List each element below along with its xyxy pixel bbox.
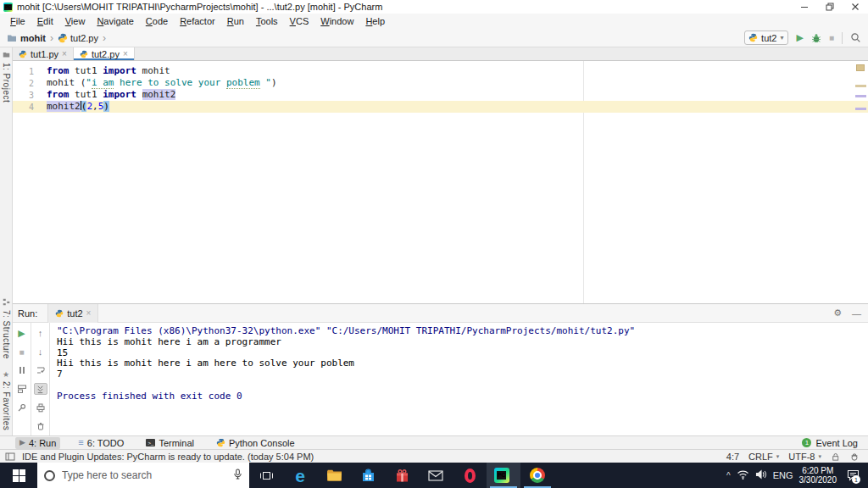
caret-position[interactable]: 4:7 xyxy=(726,452,739,462)
tab-tut1[interactable]: tut1.py × xyxy=(13,47,74,60)
tray-expand-icon[interactable]: ^ xyxy=(726,471,731,480)
scroll-to-end-button[interactable] xyxy=(34,383,47,395)
menu-help[interactable]: Help xyxy=(359,14,391,28)
scrollbar-usage-mark[interactable] xyxy=(855,95,866,97)
notification-badge: 1 xyxy=(852,475,860,484)
toolwindow-python-console-button[interactable]: Python Console xyxy=(212,437,299,449)
console-exit-line: Process finished with exit code 0 xyxy=(57,391,868,402)
inspection-status-indicator[interactable] xyxy=(856,64,865,71)
pause-output-button[interactable] xyxy=(15,364,29,376)
event-log-button[interactable]: 1 Event Log xyxy=(802,438,858,448)
restore-layout-button[interactable] xyxy=(15,383,29,395)
toolwindow-toggle-icon[interactable] xyxy=(5,452,15,461)
toolwindow-terminal-button[interactable]: >_ Terminal xyxy=(142,437,198,449)
menu-run[interactable]: Run xyxy=(221,14,250,28)
start-button[interactable] xyxy=(0,463,37,488)
toolwindow-run-label: 4: Run xyxy=(29,438,56,448)
menu-vcs[interactable]: VCS xyxy=(284,14,315,28)
pycharm-window: PC mohit [C:\Users\MOHIT TRIPATHI\Pychar… xyxy=(0,0,868,488)
toolwindow-todo-label: 6: TODO xyxy=(87,438,125,448)
window-title: mohit [C:\Users\MOHIT TRIPATHI\PycharmPr… xyxy=(17,2,382,12)
chevron-down-icon: ▾ xyxy=(776,453,780,460)
minimize-button[interactable] xyxy=(792,0,817,14)
run-tab-label: tut2 xyxy=(67,308,82,319)
menu-window[interactable]: Window xyxy=(314,14,359,28)
microsoft-store-icon[interactable] xyxy=(351,463,385,488)
code-editor[interactable]: 1 from tut1 import mohit 2 mohit ("i am … xyxy=(13,61,868,303)
stop-button[interactable]: ■ xyxy=(829,34,834,42)
run-tab-tut2[interactable]: tut2 × xyxy=(47,304,98,323)
pycharm-taskbar-icon[interactable]: PC xyxy=(487,463,520,488)
chrome-icon[interactable] xyxy=(520,463,554,488)
toolwindow-todo-button[interactable]: ≡ 6: TODO xyxy=(74,437,128,449)
lock-icon[interactable] xyxy=(831,452,840,462)
print-button[interactable] xyxy=(34,402,47,413)
soft-wrap-button[interactable] xyxy=(34,364,47,376)
menu-tools[interactable]: Tools xyxy=(250,14,284,28)
run-configuration-dropdown[interactable]: tut2 ▾ xyxy=(744,30,788,45)
favorites-tool-button[interactable]: ★ 2: Favorites xyxy=(2,371,11,430)
microphone-icon[interactable] xyxy=(233,469,242,482)
stop-process-button[interactable]: ■ xyxy=(15,346,29,358)
status-bar: IDE and Plugin Updates: PyCharm is ready… xyxy=(0,449,868,463)
close-button[interactable] xyxy=(843,0,868,14)
tab-label: tut1.py xyxy=(31,49,58,59)
pycharm-logo-icon: PC xyxy=(3,3,13,12)
toolwindow-run-button[interactable]: ▶ 4: Run xyxy=(15,437,60,449)
line-separator[interactable]: CRLF xyxy=(748,452,773,462)
file-explorer-icon[interactable] xyxy=(317,463,351,488)
settings-gear-icon[interactable]: ⚙ xyxy=(833,308,842,319)
volume-icon[interactable] xyxy=(755,469,767,481)
down-stack-trace-button[interactable]: ↓ xyxy=(34,346,47,358)
close-icon[interactable]: × xyxy=(123,49,128,58)
debug-button[interactable] xyxy=(811,33,821,43)
close-icon[interactable]: × xyxy=(62,49,67,58)
edge-icon[interactable]: e xyxy=(283,463,317,488)
windows-taskbar: e PC ^ ENG xyxy=(0,463,868,488)
menu-view[interactable]: View xyxy=(59,14,92,28)
opera-icon[interactable] xyxy=(453,463,487,488)
scrollbar-warning-mark[interactable] xyxy=(855,85,866,87)
task-view-button[interactable] xyxy=(249,463,283,488)
clear-all-button[interactable] xyxy=(34,420,47,432)
up-stack-trace-button[interactable]: ↑ xyxy=(34,327,47,339)
search-input[interactable] xyxy=(62,469,226,481)
run-console-output[interactable]: "C:\Program Files (x86)\Python37-32\pyth… xyxy=(50,323,868,435)
breadcrumb-file[interactable]: tut2.py xyxy=(70,33,98,43)
rerun-button[interactable]: ▶ xyxy=(15,327,29,339)
menu-edit[interactable]: Edit xyxy=(31,14,59,28)
todo-list-icon: ≡ xyxy=(78,439,83,446)
chevron-right-icon: › xyxy=(50,32,53,44)
menu-file[interactable]: File xyxy=(4,14,31,28)
restore-button[interactable] xyxy=(817,0,843,14)
status-message[interactable]: IDE and Plugin Updates: PyCharm is ready… xyxy=(22,452,314,462)
tab-tut2[interactable]: tut2.py × xyxy=(74,47,135,60)
run-toolbar-left: ▶ ■ xyxy=(13,323,31,435)
taskbar-search[interactable] xyxy=(37,463,249,488)
terminal-icon: >_ xyxy=(146,439,155,446)
gift-app-icon[interactable] xyxy=(385,463,419,488)
hide-panel-icon[interactable]: — xyxy=(852,308,861,319)
menu-refactor[interactable]: Refactor xyxy=(174,14,221,28)
menu-navigate[interactable]: Navigate xyxy=(91,14,139,28)
mail-icon[interactable] xyxy=(419,463,453,488)
breadcrumb-project[interactable]: mohit xyxy=(20,33,46,43)
console-output-line: 7 xyxy=(57,369,868,380)
language-indicator[interactable]: ENG xyxy=(773,470,793,480)
title-bar: PC mohit [C:\Users\MOHIT TRIPATHI\Pychar… xyxy=(0,0,868,14)
action-center-button[interactable]: 1 xyxy=(843,465,863,485)
run-button[interactable]: ▶ xyxy=(796,33,803,42)
highlighting-level-icon[interactable] xyxy=(849,452,860,462)
menu-code[interactable]: Code xyxy=(140,14,174,28)
search-everywhere-icon[interactable] xyxy=(850,32,861,43)
pin-tab-button[interactable] xyxy=(15,402,29,413)
taskbar-clock[interactable]: 6:20 PM 3/30/2020 xyxy=(799,466,837,485)
structure-tool-button[interactable]: 7: Structure xyxy=(2,298,11,359)
python-file-icon xyxy=(58,33,68,43)
main-area: 1: Project 7: Structure ★ 2: Favorites xyxy=(0,47,868,435)
close-icon[interactable]: × xyxy=(86,308,92,318)
file-encoding[interactable]: UTF-8 xyxy=(788,452,815,462)
scrollbar-usage-mark[interactable] xyxy=(855,108,866,110)
wifi-icon[interactable] xyxy=(737,469,749,481)
project-tool-button[interactable]: 1: Project xyxy=(2,51,11,103)
